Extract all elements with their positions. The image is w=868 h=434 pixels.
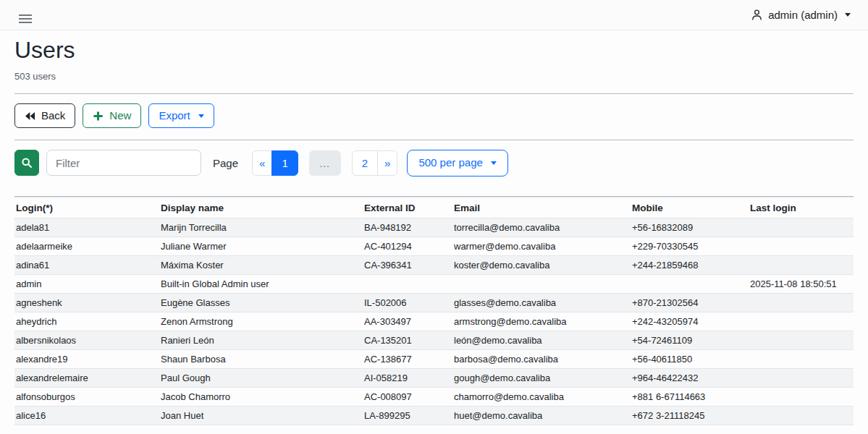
cell-mobile — [631, 274, 749, 293]
cell-display-name: Máxima Koster — [159, 255, 363, 274]
page-title: Users — [14, 37, 854, 64]
cell-external-id: AA-303497 — [363, 312, 452, 331]
cell-mobile: +56-16832089 — [631, 218, 749, 237]
column-header-display-name: Display name — [159, 197, 363, 218]
cell-external-id: AI-058219 — [363, 368, 452, 387]
users-table-body: adela81Marijn TorrecillaBA-948192torreci… — [14, 218, 854, 425]
cell-mobile: +964-46422432 — [631, 368, 749, 387]
cell-login: alexandrelemaire — [14, 368, 159, 387]
cell-display-name: Ranieri León — [159, 331, 363, 349]
cell-external-id: LA-899295 — [363, 406, 452, 425]
cell-login: admin — [14, 274, 159, 293]
pagination: « 1 … 2 » — [252, 150, 397, 176]
column-header-login: Login(*) — [14, 197, 159, 218]
cell-display-name: Eugène Glasses — [159, 293, 363, 312]
cell-external-id: CA-135201 — [363, 331, 452, 349]
user-menu[interactable]: admin (admin) — [751, 9, 851, 21]
cell-display-name: Marijn Torrecilla — [159, 218, 363, 237]
cell-login: albersnikolaos — [14, 331, 159, 349]
cell-login: agneshenk — [14, 293, 159, 312]
cell-mobile: +244-21859468 — [631, 255, 749, 274]
cell-login: aheydrich — [14, 312, 159, 331]
new-button-label: New — [109, 109, 131, 123]
cell-login: adina61 — [14, 255, 159, 274]
per-page-dropdown[interactable]: 500 per page — [407, 150, 507, 176]
cell-display-name: Jacob Chamorro — [159, 387, 363, 406]
divider — [14, 140, 854, 140]
cell-external-id: AC-401294 — [363, 237, 452, 255]
column-header-email: Email — [452, 197, 631, 218]
users-table: Login(*) Display name External ID Email … — [14, 197, 854, 425]
cell-mobile: +54-72461109 — [631, 331, 749, 349]
back-button-label: Back — [41, 109, 65, 123]
export-button[interactable]: Export — [148, 103, 214, 128]
table-row: adela81Marijn TorrecillaBA-948192torreci… — [14, 218, 854, 237]
cell-external-id: AC-138677 — [363, 349, 452, 368]
cell-email: huet@demo.cavaliba — [452, 406, 631, 425]
cell-last-login — [749, 293, 854, 312]
cell-display-name: Paul Gough — [159, 368, 363, 387]
search-button[interactable] — [14, 150, 39, 176]
cell-last-login — [749, 331, 854, 349]
pagination-page-1[interactable]: 1 — [271, 150, 298, 176]
cell-email: chamorro@demo.cavaliba — [452, 387, 631, 406]
cell-login: adela81 — [14, 218, 159, 237]
search-icon — [21, 157, 33, 169]
cell-email: gough@demo.cavaliba — [452, 368, 631, 387]
user-menu-label: admin (admin) — [768, 9, 838, 21]
cell-email: león@demo.cavaliba — [452, 331, 631, 349]
pagination-page-2[interactable]: 2 — [352, 150, 378, 176]
new-button[interactable]: New — [83, 103, 141, 128]
user-count: 503 users — [14, 71, 854, 82]
pagination-prev[interactable]: « — [252, 150, 272, 176]
table-row: adelaarmeikeJuliane WarmerAC-401294warme… — [14, 237, 854, 255]
caret-down-icon — [198, 114, 204, 118]
cell-display-name: Shaun Barbosa — [159, 349, 363, 368]
filter-input[interactable] — [46, 150, 201, 176]
page-label: Page — [213, 157, 238, 169]
pagination-group: « 1 — [252, 150, 298, 176]
rewind-icon — [25, 111, 35, 121]
cell-last-login — [749, 349, 854, 368]
pagination-ellipsis: … — [309, 150, 341, 176]
cell-last-login — [749, 237, 854, 255]
per-page-label: 500 per page — [418, 156, 482, 170]
divider — [14, 93, 854, 94]
export-button-label: Export — [159, 109, 190, 123]
plus-icon — [93, 111, 104, 122]
table-row: aheydrichZenon ArmstrongAA-303497armstro… — [14, 312, 854, 331]
caret-down-icon — [845, 13, 851, 17]
menu-toggle-button[interactable] — [17, 9, 33, 21]
cell-external-id: BA-948192 — [363, 218, 452, 237]
cell-external-id — [363, 274, 452, 293]
cell-email: torrecilla@demo.cavaliba — [452, 218, 631, 237]
cell-email: barbosa@demo.cavaliba — [452, 349, 631, 368]
toolbar: Back New Export — [14, 103, 854, 128]
cell-mobile: +56-40611850 — [631, 349, 749, 368]
table-row: adina61Máxima KosterCA-396341koster@demo… — [14, 255, 854, 274]
topbar: admin (admin) — [0, 0, 868, 30]
cell-mobile: +881 6-67114663 — [631, 387, 749, 406]
cell-mobile: +672 3-21118245 — [631, 406, 749, 425]
table-row: alexandrelemairePaul GoughAI-058219gough… — [14, 368, 854, 387]
column-header-last-login: Last login — [749, 197, 854, 218]
cell-last-login — [749, 312, 854, 331]
cell-display-name: Zenon Armstrong — [159, 312, 363, 331]
cell-email — [452, 274, 631, 293]
table-row: agneshenkEugène GlassesIL-502006glasses@… — [14, 293, 854, 312]
back-button[interactable]: Back — [14, 103, 75, 128]
cell-last-login — [749, 218, 854, 237]
cell-login: alfonsoburgos — [14, 387, 159, 406]
table-row: albersnikolaosRanieri LeónCA-135201león@… — [14, 331, 854, 349]
table-row: adminBuilt-in Global Admin user2025-11-0… — [14, 274, 854, 293]
cell-email: warmer@demo.cavaliba — [452, 237, 631, 255]
cell-login: alexandre19 — [14, 349, 159, 368]
cell-display-name: Built-in Global Admin user — [159, 274, 363, 293]
pagination-next[interactable]: » — [377, 150, 397, 176]
person-icon — [751, 9, 763, 21]
filter-row: Page « 1 … 2 » 500 per page — [14, 150, 854, 176]
column-header-external-id: External ID — [363, 197, 452, 218]
table-row: alfonsoburgosJacob ChamorroAC-008097cham… — [14, 387, 854, 406]
cell-external-id: AC-008097 — [363, 387, 452, 406]
cell-email: glasses@demo.cavaliba — [452, 293, 631, 312]
